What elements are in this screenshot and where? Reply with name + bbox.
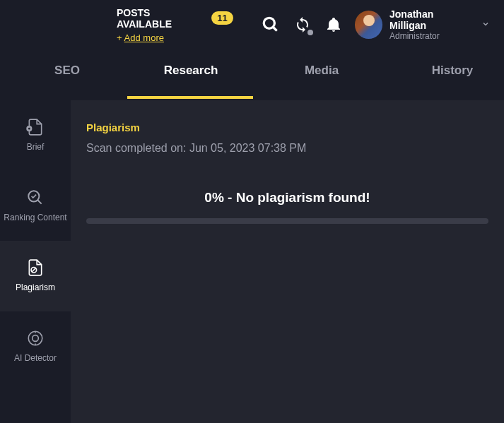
header: POSTS AVAILABLE 11 + Add more	[0, 0, 504, 49]
progress-bar	[86, 218, 488, 224]
tab-seo[interactable]: SEO	[53, 51, 81, 90]
sidebar-item-ai-detector[interactable]: AI Detector	[0, 311, 71, 382]
posts-count-badge: 11	[211, 11, 233, 25]
svg-point-8	[33, 335, 39, 341]
svg-line-4	[37, 200, 41, 203]
plagiarism-icon	[26, 258, 45, 277]
main-panel: Plagiarism Scan completed on: Jun 05, 20…	[71, 100, 504, 423]
plus-icon: +	[117, 32, 122, 43]
svg-line-6	[32, 268, 35, 272]
ai-detector-icon	[26, 329, 45, 347]
add-more-link[interactable]: + Add more	[117, 32, 233, 43]
user-menu[interactable]: Jonathan Milligan Administrator	[355, 8, 490, 41]
refresh-icon[interactable]	[294, 16, 311, 33]
scan-label: Scan completed on:	[86, 142, 189, 154]
user-name: Jonathan Milligan	[389, 8, 471, 31]
brief-icon	[26, 118, 45, 136]
search-icon[interactable]	[262, 16, 280, 34]
sidebar-label-brief: Brief	[27, 142, 45, 153]
posts-available-label: POSTS AVAILABLE	[117, 7, 206, 30]
sidebar-label-plagiarism: Plagiarism	[16, 282, 55, 294]
sidebar-item-ranking[interactable]: Ranking Content	[0, 171, 71, 242]
sidebar: Brief Ranking Content	[0, 100, 71, 423]
tab-research[interactable]: Research	[159, 51, 223, 90]
bell-icon[interactable]	[325, 16, 342, 33]
sidebar-item-brief[interactable]: Brief	[0, 100, 71, 171]
sidebar-item-plagiarism[interactable]: Plagiarism	[0, 241, 71, 311]
chevron-down-icon	[481, 18, 490, 31]
page-title: Plagiarism	[86, 121, 488, 133]
scan-info: Scan completed on: Jun 05, 2023 07:38 PM	[86, 142, 488, 155]
avatar	[355, 11, 382, 39]
tab-media[interactable]: Media	[300, 51, 343, 90]
tabs: SEO Research Media History	[0, 49, 504, 92]
scan-date: Jun 05, 2023 07:38 PM	[189, 142, 306, 154]
refresh-status-dot	[307, 30, 313, 35]
ranking-icon	[26, 189, 45, 207]
sidebar-label-ranking: Ranking Content	[4, 213, 66, 224]
svg-point-0	[264, 18, 274, 28]
svg-point-7	[28, 331, 42, 345]
posts-available: POSTS AVAILABLE 11 + Add more	[117, 7, 233, 43]
result-text: 0% - No plagiarism found!	[86, 190, 488, 205]
user-role: Administrator	[389, 31, 471, 41]
add-more-label: Add more	[124, 32, 164, 43]
tab-history[interactable]: History	[428, 51, 477, 90]
svg-line-1	[273, 27, 276, 30]
sidebar-label-ai-detector: AI Detector	[14, 353, 57, 364]
